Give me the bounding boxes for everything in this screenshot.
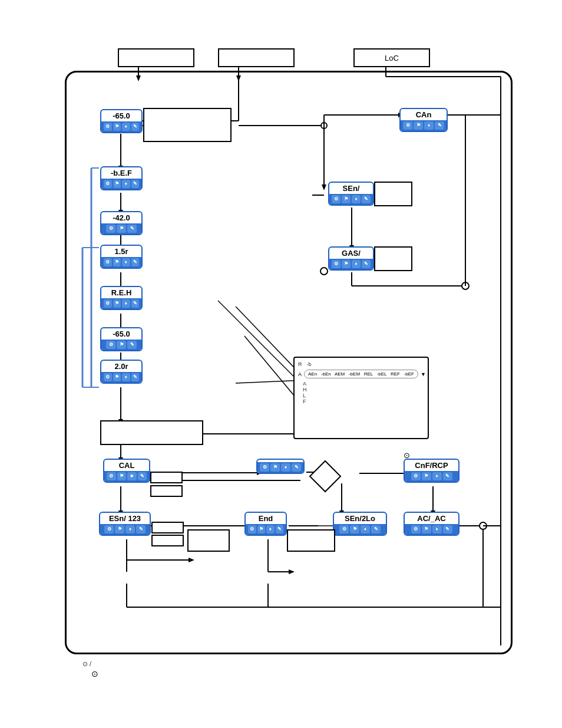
node-neg65-2[interactable]: -65.0 ⚙⚑✎ bbox=[100, 327, 143, 351]
gas-loop-rect bbox=[374, 246, 412, 271]
wireless-icon-bottom: ⊙ bbox=[91, 669, 98, 678]
cal-loop-rect1 bbox=[150, 472, 183, 483]
node-sen1[interactable]: SEn/ ⚙⚑♦✎ bbox=[328, 182, 374, 206]
header-box-3: LoC bbox=[353, 48, 430, 67]
diamond-decision bbox=[308, 459, 343, 494]
node-end[interactable]: End ⚙⚑♦✎ bbox=[244, 512, 287, 536]
header-box-2 bbox=[218, 48, 295, 67]
footnote: ⊙ / bbox=[82, 660, 91, 668]
cal-loop-rect2 bbox=[150, 485, 183, 497]
node-20r[interactable]: 2.0r ⚙⚑♦✎ bbox=[100, 360, 143, 384]
node-bef[interactable]: -b.E.F ⚙⚑♦✎ bbox=[100, 166, 143, 190]
sen-loop-rect bbox=[374, 182, 412, 206]
node-unnamed1[interactable]: ⚙⚑♦✎ bbox=[256, 459, 305, 474]
node-can[interactable]: CAn ⚙⚑♦✎ bbox=[399, 108, 448, 132]
bottom-rect-2 bbox=[287, 529, 335, 552]
node-cal[interactable]: CAL ⚙⚑★✎ bbox=[103, 459, 150, 483]
wireless-icon-cnfrcp: ⊙ bbox=[404, 451, 410, 460]
node-acac[interactable]: AC/_AC ⚙⚑♦✎ bbox=[404, 512, 459, 536]
node-esn123[interactable]: ESn/ 123 ⚙⚑♦✎ bbox=[99, 512, 151, 536]
diagram-container: LoC -65.0 ⚙⚑♦✎ -b.E.F ⚙⚑♦✎ -42.0 ⚙⚑✎ 1.5… bbox=[35, 18, 530, 690]
loc-label: LoC bbox=[385, 54, 399, 62]
node-reh[interactable]: R.E.H ⚙⚑♦✎ bbox=[100, 286, 143, 310]
node-gas[interactable]: GAS/ ⚙⚑♦✎ bbox=[328, 246, 374, 271]
esn-loop-rect2 bbox=[151, 535, 184, 546]
node-cnfrcp[interactable]: CnF/RCP ⚙⚑♦✎ bbox=[404, 459, 459, 483]
header-box-1 bbox=[118, 48, 194, 67]
svg-marker-95 bbox=[310, 461, 340, 492]
main-upper-rect bbox=[100, 420, 203, 445]
esn-loop-rect1 bbox=[151, 522, 184, 533]
node-sen2lo[interactable]: SEn/2Lo ⚙⚑♦✎ bbox=[333, 512, 387, 536]
node-neg42[interactable]: -42.0 ⚙⚑✎ bbox=[100, 211, 143, 235]
selector-box[interactable]: R-b A AEn -bEn AEM -bEM REL -bEL REF -bE… bbox=[293, 357, 429, 439]
plain-rect-top bbox=[143, 108, 232, 142]
node-15r[interactable]: 1.5r ⚙⚑♦✎ bbox=[100, 245, 143, 269]
node-neg65-1[interactable]: -65.0 ⚙⚑♦✎ bbox=[100, 109, 143, 133]
bottom-rect-1 bbox=[187, 529, 230, 552]
